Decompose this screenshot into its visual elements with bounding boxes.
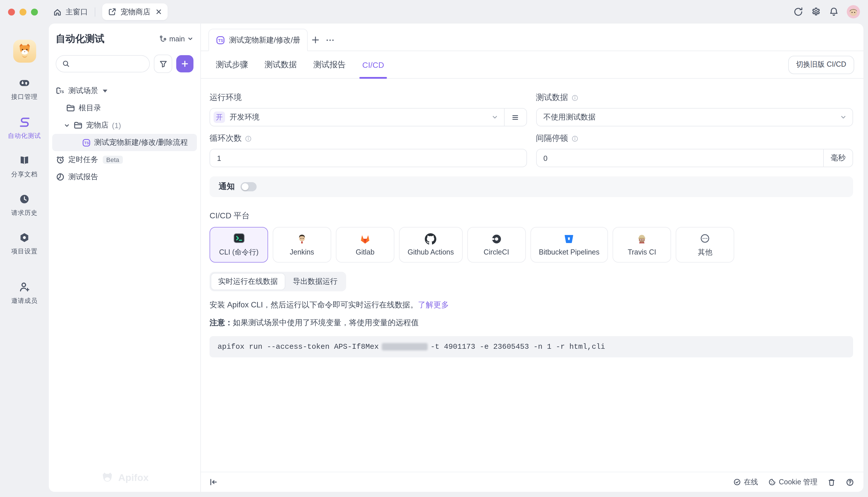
rail-label: 请求历史 <box>11 209 38 217</box>
svg-text:TS: TS <box>218 38 223 43</box>
platform-card-circleci[interactable]: CircleCI <box>467 227 526 262</box>
cli-command-suffix: -t 4901173 -e 23605453 -n 1 -r html,cli <box>430 342 605 351</box>
notifications-bell-icon[interactable] <box>829 7 839 17</box>
switch-legacy-cicd-button[interactable]: 切换旧版 CI/CD <box>788 55 854 74</box>
minimize-window-button[interactable] <box>19 8 26 15</box>
tab-test-steps[interactable]: 测试步骤 <box>216 51 248 78</box>
tab-test-data[interactable]: 测试数据 <box>265 51 297 78</box>
user-avatar[interactable] <box>847 5 860 18</box>
tree-item-test-case-selected[interactable]: TS 测试宠物新建/修改/删除流程 <box>52 134 197 151</box>
platform-card-gitlab[interactable]: Gitlab <box>336 227 394 262</box>
chevron-down-icon <box>834 114 853 120</box>
folder-open-icon <box>73 120 83 130</box>
platform-card-travis[interactable]: Travis CI <box>613 227 671 262</box>
home-icon <box>53 7 62 16</box>
branch-selector[interactable]: main <box>159 35 193 43</box>
collapse-sidebar-icon[interactable] <box>209 478 218 487</box>
project-tab-label: 宠物商店 <box>120 6 150 17</box>
tab-cicd[interactable]: CI/CD <box>362 51 384 78</box>
help-icon[interactable] <box>845 478 854 486</box>
chevron-down-icon <box>485 114 504 120</box>
tree-label: 根目录 <box>79 103 101 113</box>
tree-label: 定时任务 <box>68 155 98 165</box>
cookie-manager[interactable]: Cookie 管理 <box>768 477 818 487</box>
platform-label: Gitlab <box>356 248 374 256</box>
rail-item-api-management[interactable]: 接口管理 <box>11 77 38 101</box>
cli-command-block[interactable]: apifox run --access-token APS-If8Mex -t … <box>209 336 853 357</box>
new-tab-button[interactable] <box>308 29 323 51</box>
tree-section-test-reports[interactable]: 测试报告 <box>56 168 193 186</box>
info-icon <box>571 94 578 101</box>
main-window-tab[interactable]: 主窗口 <box>53 6 88 17</box>
env-value: 开发环境 <box>230 112 485 123</box>
close-window-button[interactable] <box>8 8 15 15</box>
platform-card-other[interactable]: 其他 <box>676 227 734 262</box>
loop-count-input[interactable]: 1 <box>209 149 527 167</box>
platform-card-bitbucket[interactable]: Bitbucket Pipelines <box>530 227 608 262</box>
platform-label: Travis CI <box>628 248 656 256</box>
tree-label: 宠物店 <box>86 120 108 130</box>
app-window: 主窗口 宠物商店 接口管理 自动化测试 分享文档 <box>0 0 868 497</box>
terminal-icon <box>233 232 245 244</box>
test-scenario-icon: TS <box>216 36 225 44</box>
tab-test-report[interactable]: 测试报告 <box>313 51 345 78</box>
main-panel: TS 测试宠物新建/修改/册 测试步骤 测试数据 测试报告 CI/CD 切换旧版… <box>201 24 864 492</box>
rail-label: 项目设置 <box>11 247 38 256</box>
testdata-label: 测试数据 <box>536 93 568 103</box>
maximize-window-button[interactable] <box>31 8 38 15</box>
caret-down-icon[interactable] <box>103 89 107 92</box>
notify-toggle[interactable] <box>240 182 256 191</box>
close-project-tab-icon[interactable] <box>156 9 162 15</box>
branch-name: main <box>170 35 185 43</box>
tree-folder-petshop[interactable]: 宠物店 (1) <box>56 117 193 134</box>
run-mode-switch: 实时运行在线数据 导出数据运行 <box>209 272 346 291</box>
filter-button[interactable] <box>154 55 172 73</box>
titlebar-actions <box>793 5 860 18</box>
history-clock-icon <box>18 193 30 205</box>
document-tab-title: 测试宠物新建/修改/册 <box>229 35 300 45</box>
tree-folder-root[interactable]: 根目录 <box>56 99 193 117</box>
settings-gear-icon[interactable] <box>811 7 821 17</box>
test-sidebar: 自动化测试 main TS 测试场景 <box>49 24 201 492</box>
tree-label: 测试场景 <box>68 86 98 96</box>
search-input[interactable] <box>56 55 150 72</box>
manage-environment-button[interactable] <box>504 109 526 126</box>
rail-label: 分享文档 <box>11 170 38 179</box>
rail-item-project-settings[interactable]: 项目设置 <box>11 231 38 256</box>
learn-more-link[interactable]: 了解更多 <box>418 300 449 309</box>
interval-input[interactable]: 0 毫秒 <box>536 149 853 167</box>
alarm-clock-icon <box>56 155 65 164</box>
folder-icon <box>66 103 75 113</box>
svg-text:TS: TS <box>59 90 64 94</box>
tree-section-scheduled-tasks[interactable]: 定时任务 Beta <box>56 151 193 168</box>
platform-card-jenkins[interactable]: Jenkins <box>273 227 331 262</box>
apifox-watermark: Apifox <box>49 471 200 485</box>
rail-item-share-docs[interactable]: 分享文档 <box>11 155 38 179</box>
status-bar: 在线 Cookie 管理 <box>201 472 864 492</box>
cli-instruction: 安装 Apifox CLI，然后运行以下命令即可实时运行在线数据。了解更多 <box>209 300 853 310</box>
rail-item-request-history[interactable]: 请求历史 <box>11 193 38 217</box>
document-tab-strip: TS 测试宠物新建/修改/册 <box>201 24 864 51</box>
run-mode-online[interactable]: 实时运行在线数据 <box>211 273 285 290</box>
rail-item-automated-testing[interactable]: 自动化测试 <box>8 115 41 140</box>
book-icon <box>18 155 30 167</box>
tree-section-scenarios[interactable]: TS 测试场景 <box>56 82 193 99</box>
scenario-folder-icon: TS <box>56 86 65 95</box>
tree-label: 测试宠物新建/修改/删除流程 <box>94 137 188 148</box>
project-logo[interactable] <box>13 40 36 62</box>
environment-select[interactable]: 开 开发环境 <box>209 108 527 126</box>
rail-item-invite-members[interactable]: 邀请成员 <box>11 281 38 305</box>
testdata-select[interactable]: 不使用测试数据 <box>536 108 853 126</box>
project-tab[interactable]: 宠物商店 <box>102 3 167 20</box>
trash-icon[interactable] <box>827 478 836 486</box>
platform-card-cli[interactable]: CLI (命令行) <box>209 227 268 262</box>
info-icon <box>245 135 252 142</box>
run-mode-export[interactable]: 导出数据运行 <box>285 273 345 290</box>
tab-overflow-menu-icon[interactable] <box>323 29 338 51</box>
add-scenario-button[interactable] <box>176 55 193 72</box>
titlebar-divider <box>95 7 95 16</box>
document-tab-active[interactable]: TS 测试宠物新建/修改/册 <box>208 29 308 51</box>
online-status[interactable]: 在线 <box>733 477 758 487</box>
sync-icon[interactable] <box>793 7 803 17</box>
platform-card-github-actions[interactable]: Github Actions <box>399 227 462 262</box>
